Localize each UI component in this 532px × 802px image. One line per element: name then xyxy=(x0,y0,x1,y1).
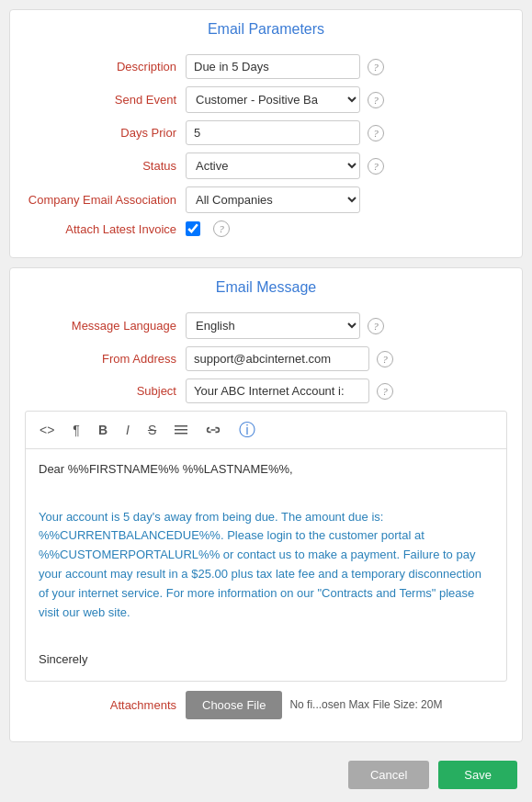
cancel-button[interactable]: Cancel xyxy=(348,761,429,789)
toolbar-link-button[interactable] xyxy=(201,422,225,438)
subject-help-icon[interactable]: ? xyxy=(377,383,393,400)
from-address-label: From Address xyxy=(25,352,186,366)
language-label: Message Language xyxy=(25,319,186,333)
status-row: Status Active ? xyxy=(25,152,507,179)
subject-control: ? xyxy=(186,378,507,403)
days-prior-label: Days Prior xyxy=(25,126,186,140)
description-input[interactable] xyxy=(186,54,360,79)
status-select[interactable]: Active xyxy=(186,152,360,179)
send-event-help-icon[interactable]: ? xyxy=(368,92,384,108)
attach-invoice-help-icon[interactable]: ? xyxy=(213,220,230,237)
editor-greeting: Dear %%FIRSTNAME%% %%LASTNAME%%, xyxy=(39,460,493,480)
language-select[interactable]: English xyxy=(186,312,360,339)
company-email-label: Company Email Association xyxy=(25,193,186,207)
attach-invoice-row: Attach Latest Invoice ? xyxy=(25,220,507,237)
subject-input[interactable] xyxy=(186,378,369,403)
attachments-control: Choose File No fi...osen Max File Size: … xyxy=(186,691,442,719)
attachments-label: Attachments xyxy=(25,698,186,712)
company-email-select[interactable]: All Companies xyxy=(186,186,360,213)
email-parameters-section: Email Parameters Description ? Send Even… xyxy=(9,9,523,258)
send-event-select[interactable]: Customer - Positive Ba xyxy=(186,86,360,113)
send-event-row: Send Event Customer - Positive Ba ? xyxy=(25,86,507,113)
days-prior-row: Days Prior ? xyxy=(25,120,507,145)
attach-invoice-label: Attach Latest Invoice xyxy=(25,222,186,236)
editor-sincerely: Sincerely xyxy=(39,650,493,670)
description-control: ? xyxy=(186,54,507,79)
footer-buttons: Cancel Save xyxy=(0,751,532,795)
status-control: Active ? xyxy=(186,152,507,179)
from-address-control: ? xyxy=(186,346,507,371)
email-message-title: Email Message xyxy=(10,268,522,305)
svg-rect-2 xyxy=(175,433,187,435)
subject-row: Subject ? xyxy=(25,378,507,403)
from-address-row: From Address ? xyxy=(25,346,507,371)
from-address-input[interactable] xyxy=(186,346,369,371)
status-label: Status xyxy=(25,159,186,173)
editor-toolbar: <> ¶ B I S ⓘ xyxy=(26,412,506,449)
svg-rect-1 xyxy=(175,429,187,431)
toolbar-strikethrough-button[interactable]: S xyxy=(143,421,161,439)
attachments-row: Attachments Choose File No fi...osen Max… xyxy=(25,691,507,719)
send-event-label: Send Event xyxy=(25,93,186,107)
company-email-control: All Companies xyxy=(186,186,507,213)
attach-invoice-checkbox[interactable] xyxy=(186,221,200,236)
language-control: English ? xyxy=(186,312,507,339)
description-help-icon[interactable]: ? xyxy=(368,59,384,75)
days-prior-input[interactable] xyxy=(186,120,360,145)
toolbar-code-button[interactable]: <> xyxy=(35,421,59,439)
company-email-row: Company Email Association All Companies xyxy=(25,186,507,213)
file-info: No fi...osen Max File Size: 20M xyxy=(289,698,442,711)
editor-area: <> ¶ B I S ⓘ Dear %%FIRSTNAME%% %%LASTNA… xyxy=(25,411,507,682)
editor-body-text: Your account is 5 day's away from being … xyxy=(39,508,493,623)
language-row: Message Language English ? xyxy=(25,312,507,339)
toolbar-plugin-button[interactable]: ⓘ xyxy=(234,417,260,443)
subject-label: Subject xyxy=(25,384,186,398)
attach-invoice-checkbox-wrap xyxy=(186,221,206,236)
status-help-icon[interactable]: ? xyxy=(368,158,384,175)
toolbar-list-button[interactable] xyxy=(170,422,192,438)
email-message-section: Email Message Message Language English ?… xyxy=(9,267,523,742)
toolbar-bold-button[interactable]: B xyxy=(94,421,112,439)
save-button[interactable]: Save xyxy=(438,761,517,789)
choose-file-button[interactable]: Choose File xyxy=(186,691,282,719)
toolbar-italic-button[interactable]: I xyxy=(121,421,134,439)
description-row: Description ? xyxy=(25,54,507,79)
days-prior-control: ? xyxy=(186,120,507,145)
svg-rect-0 xyxy=(175,425,187,427)
editor-content[interactable]: Dear %%FIRSTNAME%% %%LASTNAME%%, Your ac… xyxy=(26,449,506,681)
attach-invoice-control: ? xyxy=(186,220,507,237)
toolbar-paragraph-button[interactable]: ¶ xyxy=(68,421,85,439)
language-help-icon[interactable]: ? xyxy=(368,318,384,334)
email-parameters-title: Email Parameters xyxy=(10,10,522,47)
days-prior-help-icon[interactable]: ? xyxy=(368,125,384,141)
from-address-help-icon[interactable]: ? xyxy=(377,351,393,367)
description-label: Description xyxy=(25,60,186,73)
send-event-control: Customer - Positive Ba ? xyxy=(186,86,507,113)
